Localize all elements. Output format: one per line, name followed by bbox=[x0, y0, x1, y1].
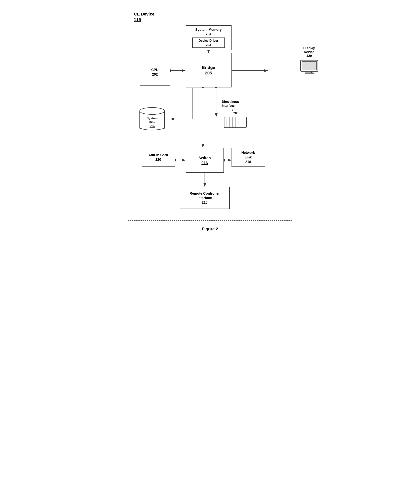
svg-text:214: 214 bbox=[150, 125, 155, 128]
svg-point-18 bbox=[140, 108, 165, 114]
remote-controller-box: Remote Controller Interface 215 bbox=[180, 187, 230, 209]
ce-device-box: CE Device 115 Display Device 120 bbox=[128, 8, 292, 221]
svg-rect-1 bbox=[302, 61, 317, 70]
system-memory-label: System Memory bbox=[195, 28, 222, 32]
direct-input-label: Direct Input Interface / 208 bbox=[222, 100, 239, 115]
bridge-box: Bridge 205 bbox=[186, 53, 232, 87]
cpu-label: CPU bbox=[151, 68, 158, 72]
ce-device-label: CE Device 115 bbox=[134, 12, 155, 22]
bridge-label: Bridge bbox=[202, 65, 215, 70]
monitor-icon bbox=[300, 59, 319, 75]
system-disk-icon: System Disk 214 bbox=[138, 106, 167, 132]
display-device-container: Display Device 120 bbox=[296, 46, 323, 75]
add-in-card-label: Add-In Card bbox=[149, 153, 168, 157]
switch-number: 216 bbox=[202, 161, 208, 165]
device-driver-number: 203 bbox=[206, 43, 211, 47]
system-disk-container: System Disk 214 bbox=[138, 106, 167, 132]
page-container: CE Device 115 Display Device 120 bbox=[124, 8, 296, 232]
remote-controller-number: 215 bbox=[202, 201, 207, 204]
network-link-label: Network Link bbox=[241, 150, 255, 160]
add-in-card-box: Add-In Card 220 bbox=[142, 148, 175, 167]
cpu-number: 202 bbox=[152, 72, 158, 77]
switch-label: Switch bbox=[198, 155, 211, 160]
keyboard-icon bbox=[224, 117, 247, 129]
svg-text:Disk: Disk bbox=[149, 120, 155, 124]
network-link-number: 218 bbox=[245, 160, 251, 164]
network-link-box: Network Link 218 bbox=[232, 148, 265, 167]
switch-box: Switch 216 bbox=[186, 148, 224, 173]
system-memory-box: System Memory 204 Device Driver 203 bbox=[186, 25, 232, 50]
ce-device-name: CE Device bbox=[134, 12, 155, 17]
direct-input-container: Direct Input Interface / 208 bbox=[222, 100, 252, 129]
system-memory-number: 204 bbox=[205, 32, 211, 36]
display-device-number: 120 bbox=[306, 54, 312, 58]
add-in-card-number: 220 bbox=[155, 158, 161, 162]
device-driver-label: Device Driver bbox=[199, 39, 218, 43]
svg-rect-3 bbox=[305, 73, 313, 74]
ce-device-number: 115 bbox=[134, 17, 155, 23]
display-device-label: Display Device 120 bbox=[303, 46, 315, 58]
device-driver-box: Device Driver 203 bbox=[192, 37, 225, 48]
cpu-box: CPU 202 bbox=[140, 59, 170, 85]
remote-controller-label: Remote Controller Interface bbox=[190, 191, 220, 200]
figure-caption: Figure 2 bbox=[202, 227, 218, 232]
diagram-area: System Memory 204 Device Driver 203 CPU … bbox=[134, 25, 286, 213]
svg-text:System: System bbox=[147, 117, 157, 120]
bridge-number: 205 bbox=[205, 71, 212, 76]
